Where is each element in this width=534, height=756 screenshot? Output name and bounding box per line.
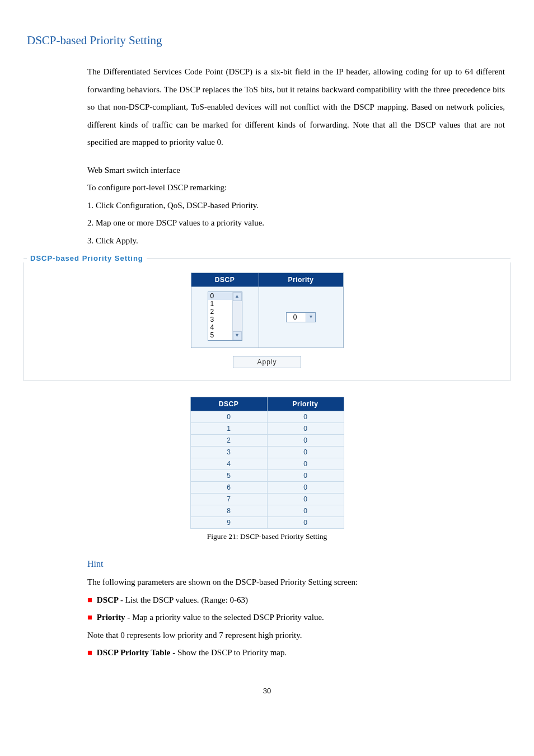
hint-title: Hint bbox=[87, 559, 505, 569]
hint-item-text: Show the DSCP to Priority map. bbox=[177, 648, 287, 657]
dscp-selection-table: DSCP Priority 0 1 2 3 4 5 ▲ ▼ bbox=[191, 273, 344, 348]
table-row: 10 bbox=[190, 423, 344, 435]
dscp-listbox[interactable]: 0 1 2 3 4 5 ▲ ▼ bbox=[208, 292, 242, 341]
dscp-priority-panel: DSCP-based Priority Setting DSCP Priorit… bbox=[24, 254, 510, 381]
apply-button[interactable]: Apply bbox=[233, 356, 301, 368]
hint-item-text: Map a priority value to the selected DSC… bbox=[132, 613, 324, 622]
hint-item-bold: Priority - bbox=[97, 613, 132, 622]
dscp-priority-result-table: DSCP Priority 00 10 20 30 40 50 60 70 80… bbox=[190, 397, 344, 529]
table-row: 20 bbox=[190, 435, 344, 447]
hint-note: Note that 0 represents low priority and … bbox=[87, 627, 505, 645]
step-2: 2. Map one or more DSCP values to a prio… bbox=[87, 214, 505, 232]
table-row: 50 bbox=[190, 470, 344, 482]
col-header-dscp: DSCP bbox=[191, 273, 259, 287]
step-1: 1. Click Configuration, QoS, DSCP-based … bbox=[87, 197, 505, 215]
step-3: 3. Click Apply. bbox=[87, 232, 505, 250]
hint-item-text: List the DSCP values. (Range: 0-63) bbox=[125, 595, 248, 604]
intro-paragraph: The Differentiated Services Code Point (… bbox=[87, 63, 505, 152]
table-row: 80 bbox=[190, 505, 344, 517]
col-header-priority: Priority bbox=[267, 397, 344, 411]
scrollbar[interactable]: ▲ ▼ bbox=[232, 292, 242, 340]
hint-item-bold: DSCP - bbox=[97, 595, 125, 604]
hint-item: ■ DSCP - List the DSCP values. (Range: 0… bbox=[87, 591, 505, 609]
page-number: 30 bbox=[27, 687, 507, 695]
hint-item: ■ DSCP Priority Table - Show the DSCP to… bbox=[87, 644, 505, 662]
scroll-down-icon[interactable]: ▼ bbox=[233, 331, 242, 340]
table-row: 40 bbox=[190, 458, 344, 470]
bullet-icon: ■ bbox=[87, 613, 92, 622]
table-row: 30 bbox=[190, 447, 344, 458]
table-row: 00 bbox=[190, 411, 344, 423]
hint-intro: The following parameters are shown on th… bbox=[87, 574, 505, 591]
interface-label: Web Smart switch interface bbox=[87, 162, 505, 180]
scroll-up-icon[interactable]: ▲ bbox=[233, 292, 242, 301]
figure-caption: Figure 21: DSCP-based Priority Setting bbox=[27, 532, 507, 541]
priority-select-value: 0 bbox=[287, 313, 306, 322]
hint-item-bold: DSCP Priority Table - bbox=[97, 648, 177, 657]
section-title: DSCP-based Priority Setting bbox=[27, 34, 507, 48]
panel-legend: DSCP-based Priority Setting bbox=[30, 254, 143, 262]
table-row: 90 bbox=[190, 517, 344, 529]
configure-label: To configure port-level DSCP remarking: bbox=[87, 179, 505, 197]
hint-item: ■ Priority - Map a priority value to the… bbox=[87, 609, 505, 627]
bullet-icon: ■ bbox=[87, 595, 92, 604]
table-row: 60 bbox=[190, 482, 344, 494]
table-row: 70 bbox=[190, 494, 344, 505]
col-header-dscp: DSCP bbox=[190, 397, 267, 411]
col-header-priority: Priority bbox=[259, 273, 343, 287]
bullet-icon: ■ bbox=[87, 648, 92, 657]
chevron-down-icon[interactable]: ▾ bbox=[306, 313, 315, 322]
priority-select[interactable]: 0 ▾ bbox=[286, 312, 316, 322]
